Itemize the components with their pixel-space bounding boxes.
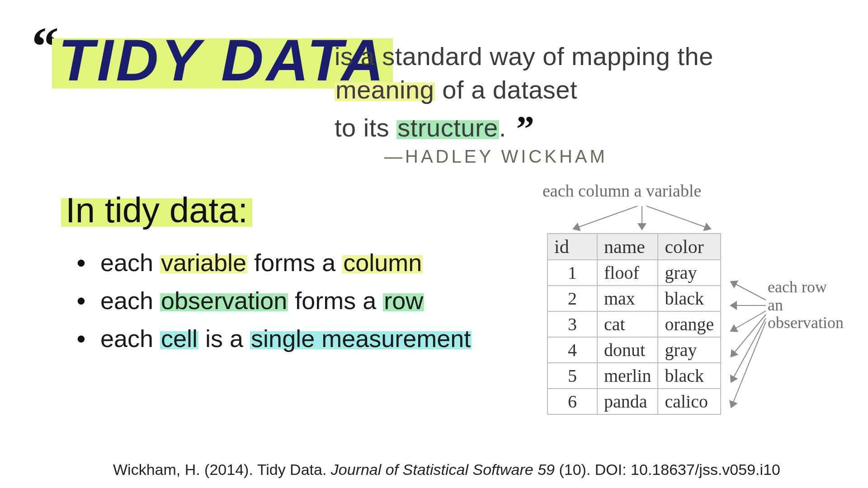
column-arrows-icon xyxy=(547,202,741,234)
citation-journal: Journal of Statistical Software 59 xyxy=(331,461,555,478)
example-table: id name color 1floofgray 2maxblack 3cato… xyxy=(547,233,721,415)
row-arrows-icon xyxy=(729,273,769,418)
highlight-meaning: meaning xyxy=(335,75,435,104)
table-row: 4donutgray xyxy=(547,337,721,363)
definition-line-3: to its structure. ” xyxy=(335,108,529,150)
highlight-observation: observation xyxy=(160,287,288,314)
highlight-column: column xyxy=(342,249,423,276)
definition-line-2: meaning of a dataset xyxy=(335,75,577,104)
annotation-rows: each row an observation xyxy=(768,278,844,332)
open-quote-icon: “ xyxy=(32,15,50,78)
table-row: 2maxblack xyxy=(547,286,721,311)
rule-cell-measurement: each cell is a single measurement xyxy=(77,324,472,352)
rule-variable-column: each variable forms a column xyxy=(77,249,472,277)
table-row: 5merlinblack xyxy=(547,363,721,389)
citation: Wickham, H. (2014). Tidy Data. Journal o… xyxy=(113,461,780,479)
svg-line-3 xyxy=(731,282,766,300)
close-quote-icon: ” xyxy=(516,108,529,150)
table-row: 6pandacalico xyxy=(547,389,721,414)
highlight-variable: variable xyxy=(160,249,247,276)
highlight-structure: structure xyxy=(396,113,499,142)
th-name: name xyxy=(597,234,658,260)
definition-line-1: is a standard way of mapping the xyxy=(335,42,713,71)
definition-line-3a: to its xyxy=(335,113,396,142)
highlight-single-measurement: single measurement xyxy=(250,325,472,352)
svg-line-0 xyxy=(574,206,637,229)
citation-post: (10). DOI: 10.18637/jss.v059.i10 xyxy=(555,461,780,478)
definition-line-3c: . xyxy=(499,113,506,142)
highlight-cell: cell xyxy=(160,325,198,352)
table-row: 1floofgray xyxy=(547,260,721,286)
table-row: 3catorange xyxy=(547,311,721,337)
th-color: color xyxy=(658,234,721,260)
definition-line-2b: of a dataset xyxy=(435,75,577,104)
svg-line-8 xyxy=(731,322,766,407)
th-id: id xyxy=(547,234,597,260)
section-heading-text: In tidy data: xyxy=(61,190,252,230)
table-header-row: id name color xyxy=(547,234,721,260)
rule-observation-row: each observation forms a row xyxy=(77,286,472,314)
svg-line-2 xyxy=(646,206,710,229)
section-heading: In tidy data: xyxy=(61,190,252,231)
tidy-rules-list: each variable forms a column each observ… xyxy=(77,249,472,362)
tidy-data-slide: “ TIDY DATA is a standard way of mapping… xyxy=(0,0,868,488)
highlight-row: row xyxy=(383,287,424,314)
author-attribution: —HADLEY WICKHAM xyxy=(384,146,608,167)
citation-pre: Wickham, H. (2014). Tidy Data. xyxy=(113,461,331,478)
annotation-columns: each column a variable xyxy=(542,181,701,201)
